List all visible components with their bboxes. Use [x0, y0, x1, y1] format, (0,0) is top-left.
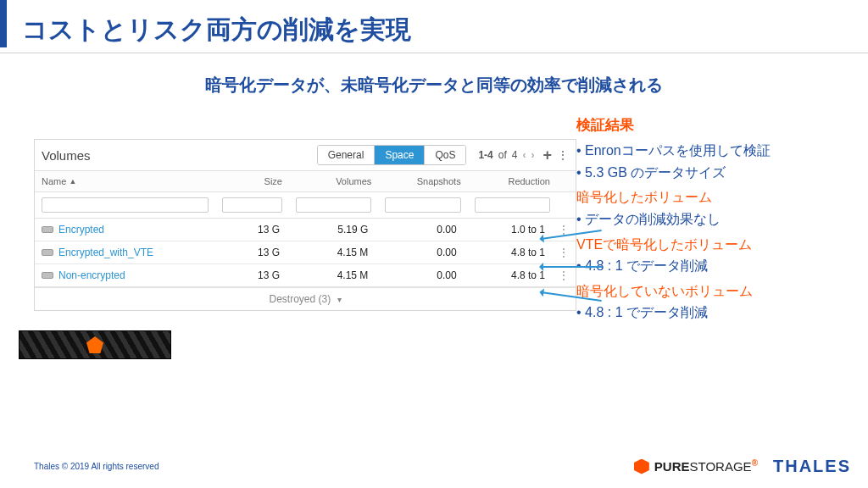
- pager-of: of: [498, 149, 507, 161]
- filter-snapshots[interactable]: [385, 197, 460, 213]
- volume-icon: [42, 226, 53, 233]
- row-menu[interactable]: ⋮: [552, 241, 576, 263]
- add-button[interactable]: +: [542, 147, 552, 164]
- tab-group: General Space ↖ QoS: [317, 145, 467, 165]
- row-volumes: 5.19 G: [287, 219, 375, 241]
- registered-icon: ®: [752, 458, 758, 468]
- list-item: Enronコーパスを使用して検証: [576, 140, 851, 162]
- slide-title-wrap: コストとリスク両方の削減を実現: [0, 0, 868, 47]
- row-name[interactable]: Non-encrypted: [35, 264, 213, 286]
- purestorage-device-image: [19, 330, 171, 359]
- volumes-panel: Volumes General Space ↖ QoS 1-4 of 4 ‹ ›: [34, 139, 576, 311]
- volumes-title: Volumes: [42, 148, 142, 163]
- pager-range: 1-4: [478, 149, 492, 161]
- col-snapshots[interactable]: Snapshots: [378, 171, 467, 191]
- group3-list: 4.8 : 1 でデータ削減: [576, 302, 851, 324]
- volume-icon: [42, 272, 53, 279]
- group1-title: 暗号化したボリューム: [576, 186, 851, 208]
- col-name[interactable]: Name ▲: [35, 171, 215, 191]
- row-size: 13 G: [213, 241, 287, 263]
- filter-volumes[interactable]: [296, 197, 371, 213]
- volumes-table-wrap: Volumes General Space ↖ QoS 1-4 of 4 ‹ ›: [34, 139, 576, 327]
- list-item: データの削減効果なし: [576, 208, 851, 230]
- pager-next[interactable]: ›: [531, 149, 534, 161]
- filter-reduction[interactable]: [475, 197, 550, 213]
- brand-purestorage: PURESTORAGE®: [634, 459, 758, 474]
- group1-list: データの削減効果なし: [576, 208, 851, 230]
- row-volumes: 4.15 M: [287, 241, 375, 263]
- purestorage-logo-icon: [86, 336, 103, 353]
- filter-name[interactable]: [42, 197, 209, 213]
- copyright: Thales © 2019 All rights reserved: [34, 462, 159, 471]
- footer-brands: PURESTORAGE® THALES: [634, 457, 851, 476]
- notes-heading: 検証結果: [576, 114, 851, 136]
- pager-prev[interactable]: ‹: [522, 149, 526, 161]
- title-divider: [0, 53, 868, 53]
- tab-general[interactable]: General: [318, 146, 376, 164]
- notes-panel: 検証結果 Enronコーパスを使用して検証 5.3 GB のデータサイズ 暗号化…: [576, 114, 868, 327]
- list-item: 4.8 : 1 でデータ削減: [576, 255, 851, 277]
- col-volumes[interactable]: Volumes: [289, 171, 378, 191]
- filter-size[interactable]: [222, 197, 282, 213]
- chevron-down-icon: ▾: [337, 295, 342, 304]
- col-actions: [557, 171, 576, 191]
- row-name[interactable]: Encrypted: [35, 219, 213, 241]
- pager-total: 4: [512, 149, 518, 161]
- cursor-icon: ↖: [396, 162, 403, 165]
- purestorage-hex-icon: [634, 459, 649, 474]
- row-name[interactable]: Encrypted_with_VTE: [35, 241, 213, 263]
- panel-menu[interactable]: ⋮: [557, 148, 569, 162]
- group2-title: VTEで暗号化したボリューム: [576, 234, 851, 256]
- title-accent-bar: [0, 0, 7, 47]
- table-row: Encrypted 13 G 5.19 G 0.00 1.0 to 1 ⋮: [35, 219, 576, 241]
- col-size[interactable]: Size: [215, 171, 289, 191]
- pager: 1-4 of 4 ‹ ›: [478, 149, 534, 161]
- row-size: 13 G: [213, 264, 287, 286]
- sort-asc-icon: ▲: [69, 177, 76, 186]
- slide-title: コストとリスク両方の削減を実現: [22, 1, 411, 47]
- arrow-row2: [541, 266, 602, 268]
- tab-space[interactable]: Space ↖: [375, 146, 425, 164]
- list-item: 4.8 : 1 でデータ削減: [576, 302, 851, 324]
- volumes-header: Volumes General Space ↖ QoS 1-4 of 4 ‹ ›: [35, 140, 576, 171]
- group2-list: 4.8 : 1 でデータ削減: [576, 255, 851, 277]
- group3-title: 暗号化していないボリューム: [576, 280, 851, 302]
- table-row: Encrypted_with_VTE 13 G 4.15 M 0.00 4.8 …: [35, 241, 576, 264]
- column-filters: [35, 192, 576, 219]
- row-snapshots: 0.00: [375, 241, 463, 263]
- row-volumes: 4.15 M: [287, 264, 375, 286]
- tab-space-label: Space: [385, 149, 414, 161]
- notes-top-list: Enronコーパスを使用して検証 5.3 GB のデータサイズ: [576, 140, 851, 183]
- slide-subtitle: 暗号化データが、未暗号化データと同等の効率で削減される: [0, 74, 868, 97]
- tab-qos[interactable]: QoS: [425, 146, 465, 164]
- brand-thales: THALES: [773, 457, 851, 476]
- row-reduction: 4.8 to 1: [464, 241, 552, 263]
- row-size: 13 G: [213, 219, 287, 241]
- row-snapshots: 0.00: [375, 219, 463, 241]
- col-reduction[interactable]: Reduction: [468, 171, 557, 191]
- table-row: Non-encrypted 13 G 4.15 M 0.00 4.8 to 1 …: [35, 264, 576, 287]
- content-area: Volumes General Space ↖ QoS 1-4 of 4 ‹ ›: [0, 139, 868, 327]
- footer: Thales © 2019 All rights reserved PUREST…: [34, 457, 851, 476]
- column-headers: Name ▲ Size Volumes Snapshots Reduction: [35, 171, 576, 192]
- list-item: 5.3 GB のデータサイズ: [576, 162, 851, 184]
- row-snapshots: 0.00: [375, 264, 463, 286]
- volume-icon: [42, 249, 53, 256]
- destroyed-section[interactable]: Destroyed (3) ▾: [35, 287, 576, 310]
